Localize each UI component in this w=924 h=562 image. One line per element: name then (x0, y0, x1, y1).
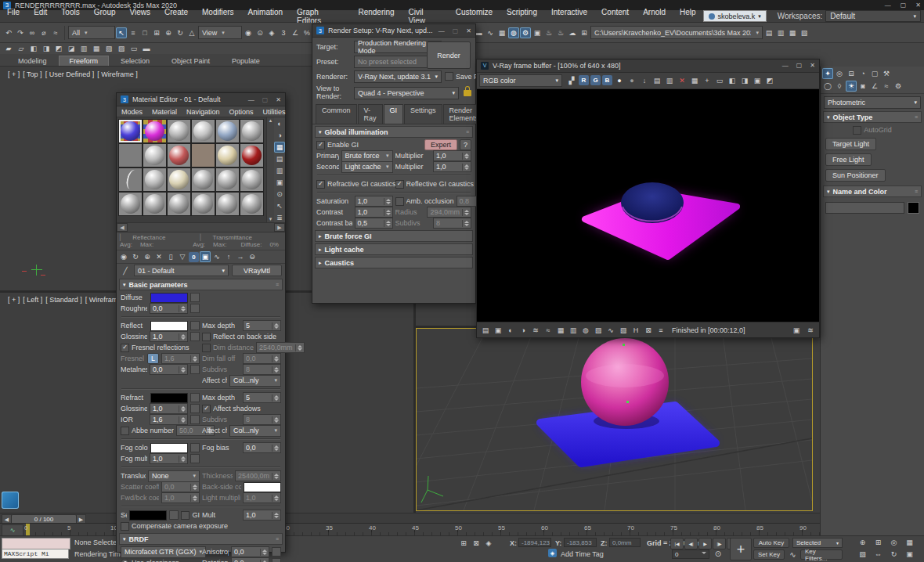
color-swatch[interactable] (150, 393, 188, 403)
schematic-view-icon[interactable]: ▦ (496, 27, 507, 38)
ribbon-tab-freeform[interactable]: Freeform (59, 56, 110, 66)
minimize-button[interactable]: — (885, 2, 891, 9)
menu-item-edit[interactable]: Edit (27, 8, 54, 16)
render-iterative-icon[interactable]: ♨ (555, 27, 566, 38)
save-project-icon[interactable]: ▦ (787, 27, 798, 38)
material-sample-slot-8[interactable] (143, 143, 167, 168)
select-move-icon[interactable]: ⊕ (163, 27, 174, 38)
global-illumination-rollout[interactable]: Global illumination≡ (315, 126, 473, 138)
renderer-dropdown[interactable]: V-Ray Next, update 3.1 (354, 70, 442, 83)
material-sample-slot-9[interactable] (167, 143, 191, 168)
material-sample-slot-20[interactable] (143, 192, 167, 216)
lights-category-icon[interactable]: ☀ (846, 81, 857, 92)
zoom-extents-all-icon[interactable]: ▦ (902, 537, 917, 548)
show-in-viewport-icon[interactable]: ▣ (200, 251, 211, 262)
absolute-mode-icon[interactable]: ◈ (483, 538, 494, 549)
material-sample-slot-12[interactable] (240, 143, 264, 168)
maximize-button[interactable]: ▢ (901, 2, 907, 9)
red-channel-icon[interactable]: R (579, 75, 589, 85)
ribbon-tool-icon[interactable]: ◩ (53, 43, 64, 54)
spinner-field[interactable]: 1,0 (150, 453, 188, 464)
frame-buffer-titlebar[interactable]: V V-Ray frame buffer - [100% of 640 x 48… (477, 59, 819, 73)
spinner-field[interactable]: 8 (243, 364, 281, 375)
sample-horizontal-scrollbar[interactable]: ◀ ▶ (117, 223, 285, 232)
material-sample-slot-15[interactable] (167, 168, 191, 192)
item-button[interactable]: ? (460, 139, 471, 150)
key-mode-dropdown[interactable]: Selected (792, 538, 843, 548)
video-color-check-icon[interactable]: ▥ (274, 165, 285, 176)
material-sample-slot-18[interactable] (240, 168, 264, 192)
map-slot-button[interactable] (190, 443, 200, 452)
ribbon-tool-icon[interactable]: ▭ (128, 43, 139, 54)
open-project-icon[interactable]: ▥ (775, 27, 786, 38)
render-setup-tab-common[interactable]: Common (316, 104, 357, 124)
ab-compare-icon[interactable]: ⊠ (643, 325, 654, 336)
spinner-field[interactable]: 1,0 (150, 403, 188, 414)
material-sample-slot-1[interactable] (118, 119, 143, 143)
x-coordinate-field[interactable]: -1894,123 (518, 538, 551, 547)
green-channel-icon[interactable]: G (590, 75, 601, 85)
use-glossiness-radio[interactable]: Use glossiness (121, 559, 179, 562)
dim-distance-checkbox[interactable]: Dim distance (202, 344, 254, 352)
viewport-left-label-item[interactable]: [ + ] (8, 296, 20, 304)
select-rotate-icon[interactable]: ↻ (175, 27, 186, 38)
bind-spacewarp-icon[interactable]: ≈ (50, 27, 61, 38)
viewport-left-label-left[interactable]: [ Left ] (23, 296, 42, 304)
channel-dropdown[interactable]: RGB color (479, 74, 562, 87)
motion-tab-icon[interactable]: ◔ (857, 68, 868, 79)
options-icon[interactable]: ⊙ (274, 189, 285, 200)
select-by-material-icon[interactable]: ↖ (274, 200, 285, 211)
go-to-parent-icon[interactable]: ↑ (223, 251, 234, 262)
dock-buffer-icon[interactable]: ▣ (791, 325, 802, 336)
lock-view-icon[interactable] (464, 90, 471, 96)
region-render-icon[interactable]: ▭ (714, 75, 725, 86)
ribbon-tab-object-paint[interactable]: Object Paint (161, 56, 220, 66)
stamp-icon[interactable]: ≡ (655, 325, 666, 336)
percent-snap-icon[interactable]: % (301, 27, 312, 38)
minimize-button[interactable]: — (439, 27, 445, 34)
blue-channel-icon[interactable]: B (602, 75, 612, 85)
select-scale-icon[interactable]: △ (186, 27, 197, 38)
color-swatch[interactable] (150, 321, 188, 331)
zoom-region-icon[interactable]: ▧ (855, 549, 870, 560)
stereo-icon[interactable]: ▣ (752, 75, 763, 86)
color-swatch[interactable] (150, 443, 188, 453)
angle-snap-icon[interactable]: ∠ (290, 27, 301, 38)
clear-image-icon[interactable]: ✕ (677, 75, 688, 86)
map-slot-button[interactable] (190, 393, 200, 402)
project-settings-icon[interactable]: ▧ (799, 27, 810, 38)
material-menu-item-utilities[interactable]: Utilities (258, 108, 291, 116)
sample-vertical-scrollbar[interactable]: ▲▼ (266, 117, 274, 222)
map-slot-button[interactable] (190, 454, 200, 463)
menu-item-views[interactable]: Views (123, 8, 158, 16)
put-to-library-icon[interactable]: ▽ (177, 251, 188, 262)
none-dropdown[interactable]: None (148, 470, 200, 482)
maximize-viewport-icon[interactable]: ▣ (902, 549, 917, 560)
rendered-image[interactable] (477, 89, 819, 322)
zoom-icon[interactable]: ⊕ (855, 537, 870, 548)
material-sample-slot-2[interactable] (143, 119, 167, 143)
helpers-category-icon[interactable]: ∠ (869, 81, 880, 92)
map-slot-button[interactable] (190, 415, 200, 424)
open-cloud-icon[interactable]: ☁ (567, 27, 578, 38)
vfb-settings-icon[interactable]: ▤ (480, 325, 491, 336)
set-project-folder-icon[interactable]: ▤ (763, 27, 774, 38)
viewport-corner-widget[interactable] (2, 492, 19, 509)
set-key-plus-button[interactable]: + (730, 538, 752, 560)
l-button[interactable]: L (147, 353, 159, 364)
pick-material-eyedropper-icon[interactable]: ╱ (120, 265, 131, 276)
go-start-icon[interactable]: |◀ (670, 538, 684, 549)
curves-icon[interactable]: ∿ (605, 325, 616, 336)
exposure-icon[interactable]: ◐ (505, 325, 516, 336)
refractive-gi-caustics-checkbox[interactable]: ✓Refractive GI caustics (316, 180, 396, 189)
enable-gi-checkbox[interactable]: ✓Enable GI (316, 141, 359, 150)
menu-item-customize[interactable]: Customize (449, 8, 500, 16)
go-forward-icon[interactable]: → (235, 251, 246, 262)
material-sample-slot-19[interactable] (118, 192, 143, 216)
create-tab-icon[interactable]: ✦ (822, 68, 833, 79)
undo-icon[interactable]: ↶ (3, 27, 14, 38)
color-balance-icon[interactable]: ≈ (543, 325, 554, 336)
y-coordinate-field[interactable]: -183,853 (564, 538, 597, 547)
menu-item-create[interactable]: Create (157, 8, 195, 16)
snap-toggle-icon[interactable]: 3 (278, 27, 289, 38)
